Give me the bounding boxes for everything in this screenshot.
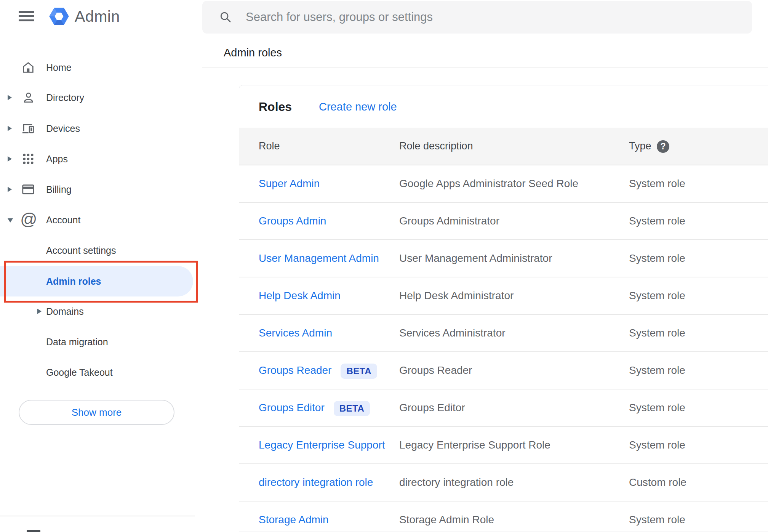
hamburger-menu-icon[interactable] [19, 11, 34, 22]
create-new-role-link[interactable]: Create new role [319, 101, 397, 113]
role-description: Google Apps Administrator Seed Role [399, 165, 578, 202]
table-row: Groups EditorBETA Groups Editor System r… [239, 389, 768, 427]
breadcrumb-divider [202, 67, 768, 67]
role-type: System role [629, 165, 685, 202]
beta-badge: BETA [334, 401, 370, 416]
table-row: Services Admin Services Administrator Sy… [239, 315, 768, 352]
roles-card: Roles Create new role Role Role descript… [239, 85, 768, 532]
role-type: System role [629, 352, 685, 389]
card-title: Roles [259, 100, 292, 114]
role-description: Groups Administrator [399, 203, 499, 239]
role-type: System role [629, 427, 685, 463]
devices-icon [21, 121, 35, 136]
column-header-role: Role [259, 128, 280, 165]
role-link[interactable]: Groups EditorBETA [259, 389, 370, 426]
person-icon [21, 90, 35, 105]
role-description: Storage Admin Role [399, 502, 494, 532]
sidebar-item-home[interactable]: Home [0, 58, 202, 77]
sidebar-item-label: Admin roles [46, 266, 101, 296]
table-header-row: Role Role description Type ? [239, 128, 768, 165]
sidebar-item-label: Apps [46, 150, 68, 168]
credit-card-icon [21, 182, 35, 197]
search-bar[interactable] [202, 1, 752, 34]
role-type: System role [629, 502, 685, 532]
role-link[interactable]: Legacy Enterprise Support [259, 427, 385, 463]
role-description: Help Desk Administrator [399, 277, 514, 314]
role-type: Custom role [629, 464, 686, 501]
role-type: System role [629, 389, 685, 426]
role-link[interactable]: Services Admin [259, 315, 332, 351]
sidebar-item-devices[interactable]: Devices [0, 119, 202, 138]
chevron-right-icon[interactable] [8, 126, 12, 131]
home-icon [21, 60, 35, 75]
sidebar-item-google-takeout[interactable]: Google Takeout [0, 363, 202, 381]
role-description: Services Administrator [399, 315, 506, 351]
sidebar-item-label: Account [46, 211, 80, 229]
role-link[interactable]: Groups Admin [259, 203, 326, 239]
column-header-description: Role description [399, 128, 473, 165]
role-link[interactable]: Groups ReaderBETA [259, 352, 377, 389]
table-row: Legacy Enterprise Support Legacy Enterpr… [239, 427, 768, 464]
admin-console-screen: Admin Home Directory [0, 0, 768, 532]
sidebar-item-domains[interactable]: Domains [0, 302, 202, 320]
search-input[interactable] [246, 1, 733, 34]
sidebar-item-admin-roles[interactable]: Admin roles [0, 266, 193, 296]
apps-grid-icon [21, 152, 35, 166]
partial-bottom-icon [27, 530, 40, 532]
table-row: User Management Admin User Management Ad… [239, 240, 768, 277]
sidebar-item-apps[interactable]: Apps [0, 150, 202, 168]
product-title: Admin [75, 8, 120, 26]
sidebar-item-label: Home [46, 58, 72, 77]
chevron-right-icon[interactable] [8, 95, 12, 100]
chevron-right-icon[interactable] [8, 187, 12, 192]
show-more-button[interactable]: Show more [19, 400, 174, 425]
role-description: Groups Reader [399, 352, 472, 389]
role-link[interactable]: Super Admin [259, 165, 320, 202]
sidebar-item-label: Billing [46, 180, 72, 199]
role-type: System role [629, 203, 685, 239]
sidebar-item-label: Data migration [46, 333, 108, 351]
role-description: Legacy Enterprise Support Role [399, 427, 550, 463]
sidebar-item-directory[interactable]: Directory [0, 88, 202, 107]
role-link[interactable]: directory integration role [259, 464, 373, 501]
table-row: Super Admin Google Apps Administrator Se… [239, 165, 768, 203]
role-type: System role [629, 315, 685, 351]
table-row: Help Desk Admin Help Desk Administrator … [239, 277, 768, 315]
beta-badge: BETA [341, 364, 377, 379]
admin-logo-icon [48, 6, 70, 27]
chevron-right-icon[interactable] [37, 309, 42, 314]
role-description: Groups Editor [399, 389, 465, 426]
role-link-label: Groups Editor [259, 402, 325, 413]
sidebar-item-account[interactable]: @ Account [0, 211, 202, 229]
table-row: Groups Admin Groups Administrator System… [239, 203, 768, 240]
search-icon [219, 11, 232, 24]
role-link-label: Groups Reader [259, 364, 331, 376]
chevron-down-icon[interactable] [8, 218, 13, 223]
role-description: directory integration role [399, 464, 514, 501]
role-link[interactable]: Help Desk Admin [259, 277, 341, 314]
chevron-right-icon[interactable] [8, 156, 12, 162]
sidebar-item-label: Devices [46, 119, 80, 138]
breadcrumb: Admin roles [224, 46, 282, 59]
sidebar-item-label: Account settings [46, 241, 116, 260]
roles-card-header: Roles Create new role [239, 85, 768, 128]
sidebar-bottom-divider [0, 516, 195, 516]
role-type: System role [629, 277, 685, 314]
role-link[interactable]: Storage Admin [259, 502, 329, 532]
at-sign-icon: @ [20, 210, 37, 229]
role-link[interactable]: User Management Admin [259, 240, 379, 277]
table-row: Storage Admin Storage Admin Role System … [239, 502, 768, 532]
role-type: System role [629, 240, 685, 277]
table-row: Groups ReaderBETA Groups Reader System r… [239, 352, 768, 389]
table-row: directory integration role directory int… [239, 464, 768, 502]
sidebar-item-label: Google Takeout [46, 363, 113, 381]
sidebar-item-label: Directory [46, 88, 84, 107]
sidebar-item-billing[interactable]: Billing [0, 180, 202, 199]
help-icon[interactable]: ? [657, 140, 669, 153]
role-description: User Management Administrator [399, 240, 552, 277]
roles-table-body: Super Admin Google Apps Administrator Se… [239, 165, 768, 532]
column-header-type: Type [629, 128, 651, 165]
sidebar-item-label: Domains [46, 302, 84, 320]
sidebar-item-data-migration[interactable]: Data migration [0, 333, 202, 351]
sidebar-item-account-settings[interactable]: Account settings [0, 241, 202, 260]
